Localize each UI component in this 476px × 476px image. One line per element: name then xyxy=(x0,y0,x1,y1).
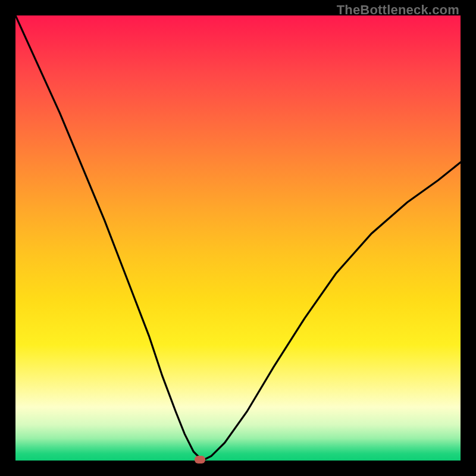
bottleneck-curve xyxy=(15,15,461,461)
optimum-marker xyxy=(195,456,205,464)
chart-frame: TheBottleneck.com xyxy=(0,0,476,476)
curve-path xyxy=(15,15,461,461)
plot-area xyxy=(15,15,461,461)
